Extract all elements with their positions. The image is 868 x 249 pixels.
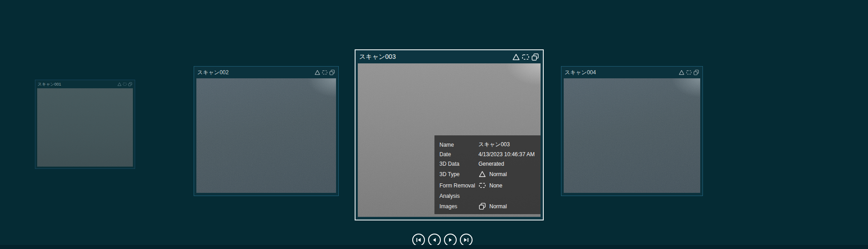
scan-texture bbox=[37, 88, 133, 167]
detail-label: 3D Data bbox=[439, 161, 478, 167]
detail-row-form-removal: Form Removal None bbox=[439, 180, 541, 191]
bottom-bar bbox=[0, 245, 868, 249]
scan-card-004-header: スキャン004 bbox=[561, 67, 702, 78]
detail-value-text: None bbox=[489, 182, 502, 189]
triangle-icon bbox=[678, 69, 685, 76]
scan-card-003-header: スキャン003 bbox=[356, 50, 543, 63]
scan-preview bbox=[564, 78, 700, 193]
previous-button[interactable] bbox=[428, 234, 441, 246]
triangle-icon bbox=[512, 53, 520, 61]
scan-card-004[interactable]: スキャン004 bbox=[561, 66, 703, 196]
detail-value-text: Normal bbox=[489, 203, 507, 210]
form-removal-icon bbox=[522, 53, 530, 61]
detail-label: Analysis bbox=[439, 193, 478, 199]
scan-card-002-header: スキャン002 bbox=[194, 67, 338, 78]
detail-value: 4/13/2023 10:46:37 AM bbox=[478, 151, 535, 158]
detail-label: 3D Type bbox=[439, 171, 478, 177]
card-status-icons bbox=[678, 69, 699, 76]
card-title: スキャン004 bbox=[565, 69, 596, 77]
detail-row-name: Name スキャン003 bbox=[439, 140, 541, 149]
detail-value: Normal bbox=[478, 202, 507, 210]
images-icon bbox=[693, 69, 699, 76]
images-icon bbox=[531, 53, 539, 61]
card-title: スキャン001 bbox=[38, 81, 61, 87]
images-icon bbox=[329, 69, 335, 76]
form-removal-icon bbox=[686, 69, 692, 76]
card-status-icons bbox=[117, 82, 132, 86]
scan-card-001-header: スキャン001 bbox=[35, 80, 135, 88]
detail-value: Normal bbox=[478, 170, 507, 178]
detail-label: Date bbox=[439, 151, 478, 158]
form-removal-icon bbox=[322, 69, 328, 76]
images-icon bbox=[478, 202, 486, 210]
detail-row-images: Images Normal bbox=[439, 201, 541, 212]
scan-texture bbox=[196, 78, 336, 193]
detail-value: Generated bbox=[478, 161, 504, 167]
detail-value: スキャン003 bbox=[478, 141, 510, 148]
triangle-icon bbox=[117, 82, 122, 86]
triangle-icon bbox=[314, 69, 321, 76]
detail-row-3d-type: 3D Type Normal bbox=[439, 168, 541, 180]
next-button[interactable] bbox=[444, 234, 457, 246]
detail-row-date: Date 4/13/2023 10:46:37 AM bbox=[439, 149, 541, 159]
detail-row-analysis: Analysis bbox=[439, 191, 541, 201]
triangle-icon bbox=[478, 170, 486, 178]
detail-label: Form Removal bbox=[439, 182, 478, 189]
images-icon bbox=[128, 82, 132, 86]
scan-card-003[interactable]: スキャン003 Name スキャン003 Date 4/13/2023 bbox=[355, 49, 544, 220]
scan-details-panel: Name スキャン003 Date 4/13/2023 10:46:37 AM … bbox=[434, 135, 541, 214]
scan-texture bbox=[564, 78, 700, 193]
detail-label: Images bbox=[439, 203, 478, 210]
form-removal-icon bbox=[122, 82, 127, 86]
detail-value-text: Normal bbox=[489, 171, 507, 177]
first-button[interactable] bbox=[412, 234, 425, 246]
last-button[interactable] bbox=[460, 234, 473, 246]
scan-preview bbox=[196, 78, 336, 193]
scan-preview bbox=[37, 88, 133, 167]
skip-to-first-icon bbox=[415, 236, 422, 244]
detail-value: None bbox=[478, 182, 502, 189]
form-removal-icon bbox=[478, 182, 486, 189]
scan-card-001[interactable]: スキャン001 bbox=[35, 80, 135, 169]
detail-label: Name bbox=[439, 142, 478, 148]
card-status-icons bbox=[512, 53, 539, 61]
card-status-icons bbox=[314, 69, 335, 76]
carousel-navigation bbox=[412, 234, 473, 246]
card-title: スキャン002 bbox=[197, 69, 229, 77]
previous-icon bbox=[431, 236, 438, 244]
card-title: スキャン003 bbox=[359, 53, 396, 61]
skip-to-last-icon bbox=[463, 236, 470, 244]
scan-carousel-screen: スキャン001 スキャン002 bbox=[0, 0, 868, 249]
next-icon bbox=[447, 236, 454, 244]
scan-card-002[interactable]: スキャン002 bbox=[194, 66, 339, 196]
scan-preview: Name スキャン003 Date 4/13/2023 10:46:37 AM … bbox=[358, 63, 541, 217]
detail-row-3d-data: 3D Data Generated bbox=[439, 159, 541, 168]
